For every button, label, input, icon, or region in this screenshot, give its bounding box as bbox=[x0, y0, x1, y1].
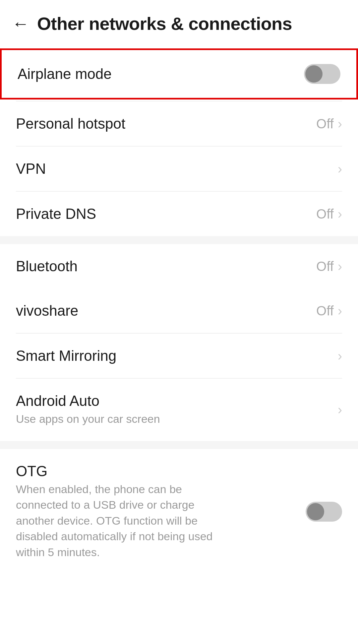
item-right-smart-mirroring: › bbox=[338, 349, 342, 363]
item-right-personal-hotspot: Off› bbox=[316, 116, 342, 131]
item-right-airplane-mode bbox=[304, 64, 340, 84]
settings-list: Airplane modePersonal hotspotOff›VPN›Pri… bbox=[0, 48, 358, 574]
item-label-vpn: VPN bbox=[16, 161, 338, 177]
chevron-icon-vpn: › bbox=[338, 161, 342, 176]
toggle-airplane-mode[interactable] bbox=[304, 64, 340, 84]
section-divider bbox=[0, 441, 358, 449]
item-left-bluetooth: Bluetooth bbox=[16, 258, 316, 275]
item-left-airplane-mode: Airplane mode bbox=[18, 66, 304, 82]
item-label-bluetooth: Bluetooth bbox=[16, 258, 316, 275]
item-sublabel-otg: When enabled, the phone can be connected… bbox=[16, 482, 235, 560]
chevron-icon-android-auto: › bbox=[338, 402, 342, 417]
settings-item-personal-hotspot[interactable]: Personal hotspotOff› bbox=[0, 101, 358, 146]
settings-item-smart-mirroring[interactable]: Smart Mirroring› bbox=[0, 334, 358, 378]
item-label-vivoshare: vivoshare bbox=[16, 302, 316, 319]
toggle-knob-otg bbox=[307, 503, 324, 520]
toggle-otg[interactable] bbox=[306, 502, 342, 522]
item-left-otg: OTGWhen enabled, the phone can be connec… bbox=[16, 463, 306, 560]
item-status-vivoshare: Off bbox=[316, 303, 334, 318]
item-label-otg: OTG bbox=[16, 463, 306, 480]
item-left-private-dns: Private DNS bbox=[16, 206, 316, 222]
settings-item-private-dns[interactable]: Private DNSOff› bbox=[0, 192, 358, 236]
item-right-vpn: › bbox=[338, 161, 342, 176]
item-status-bluetooth: Off bbox=[316, 259, 334, 274]
item-left-personal-hotspot: Personal hotspot bbox=[16, 115, 316, 132]
item-left-android-auto: Android AutoUse apps on your car screen bbox=[16, 393, 338, 427]
item-label-private-dns: Private DNS bbox=[16, 206, 316, 222]
item-label-airplane-mode: Airplane mode bbox=[18, 66, 304, 82]
back-button[interactable]: ← bbox=[12, 15, 29, 32]
settings-item-bluetooth[interactable]: BluetoothOff› bbox=[0, 244, 358, 289]
item-left-vivoshare: vivoshare bbox=[16, 302, 316, 319]
item-right-vivoshare: Off› bbox=[316, 303, 342, 318]
chevron-icon-vivoshare: › bbox=[338, 303, 342, 318]
page-title: Other networks & connections bbox=[37, 13, 292, 34]
section-divider bbox=[0, 236, 358, 244]
page-header: ← Other networks & connections bbox=[0, 0, 358, 47]
item-label-android-auto: Android Auto bbox=[16, 393, 338, 409]
item-label-personal-hotspot: Personal hotspot bbox=[16, 115, 316, 132]
settings-item-vpn[interactable]: VPN› bbox=[0, 147, 358, 191]
settings-item-otg[interactable]: OTGWhen enabled, the phone can be connec… bbox=[0, 449, 358, 574]
item-sublabel-android-auto: Use apps on your car screen bbox=[16, 411, 235, 427]
item-right-bluetooth: Off› bbox=[316, 259, 342, 274]
settings-item-vivoshare[interactable]: vivoshareOff› bbox=[0, 289, 358, 333]
item-left-smart-mirroring: Smart Mirroring bbox=[16, 348, 338, 364]
item-right-private-dns: Off› bbox=[316, 207, 342, 222]
item-right-otg bbox=[306, 502, 342, 522]
chevron-icon-personal-hotspot: › bbox=[338, 116, 342, 131]
toggle-knob-airplane-mode bbox=[305, 65, 323, 83]
chevron-icon-bluetooth: › bbox=[338, 259, 342, 274]
settings-item-android-auto[interactable]: Android AutoUse apps on your car screen› bbox=[0, 379, 358, 441]
item-status-private-dns: Off bbox=[316, 207, 334, 222]
settings-item-airplane-mode[interactable]: Airplane mode bbox=[0, 48, 358, 99]
chevron-icon-private-dns: › bbox=[338, 207, 342, 222]
item-right-android-auto: › bbox=[338, 402, 342, 417]
item-left-vpn: VPN bbox=[16, 161, 338, 177]
chevron-icon-smart-mirroring: › bbox=[338, 349, 342, 363]
item-label-smart-mirroring: Smart Mirroring bbox=[16, 348, 338, 364]
item-status-personal-hotspot: Off bbox=[316, 116, 334, 131]
